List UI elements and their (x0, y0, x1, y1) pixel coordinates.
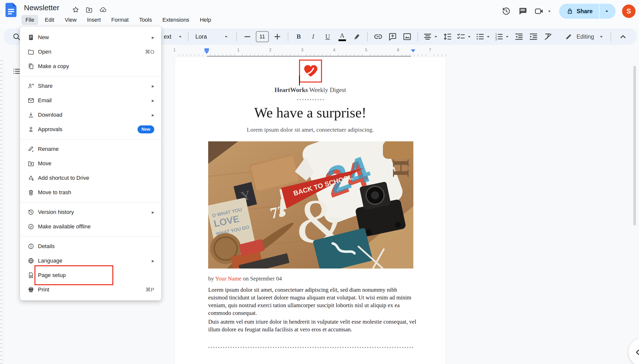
topbar-actions: Share S (501, 2, 635, 20)
newsletter-photo[interactable]: Y 73 O WHAT YOU LOVE WHAT YOU DO 24 24 B… (208, 141, 413, 268)
menu-item-label: Share (38, 83, 53, 89)
menu-item-make-available-offline[interactable]: Make available offline (20, 220, 161, 234)
text-color-button[interactable]: A (336, 31, 348, 43)
menu-item-open[interactable]: Open ⌘O (20, 45, 161, 59)
menu-format[interactable]: Format (107, 15, 133, 25)
newsletter-headline[interactable]: We have a surprise! (175, 104, 446, 121)
right-indent-marker[interactable] (411, 49, 415, 52)
vertical-scrollbar[interactable] (633, 66, 636, 226)
byline[interactable]: by Your Name on September 04 (208, 276, 282, 282)
newsletter-logo-frame[interactable] (299, 60, 322, 82)
menu-help[interactable]: Help (196, 15, 215, 25)
menu-item-email[interactable]: Email ▸ (20, 93, 161, 108)
link-icon (373, 32, 383, 42)
increase-indent-button[interactable] (527, 31, 539, 43)
toolbar-divider (417, 32, 418, 41)
share-dropdown[interactable] (599, 4, 615, 19)
collapse-toolbar-icon[interactable] (618, 32, 628, 42)
font-dropdown[interactable]: Lora (193, 31, 232, 43)
menu-item-new[interactable]: New ▸ (20, 30, 161, 45)
menu-item-details[interactable]: Details (20, 239, 161, 254)
checklist-dropdown[interactable] (456, 31, 473, 43)
highlight-color-button[interactable] (351, 31, 363, 43)
line-spacing-button[interactable] (442, 31, 454, 43)
newsletter-brand-line[interactable]: HeartWorks Weekly Digest (175, 86, 446, 94)
increase-font-size-button[interactable] (271, 31, 283, 43)
font-size-input[interactable]: 11 (256, 31, 269, 42)
editing-mode-dropdown[interactable]: Editing (562, 31, 607, 43)
submenu-arrow-icon: ▸ (152, 258, 154, 264)
document-page[interactable]: HeartWorks Weekly Digest We have a surpr… (175, 57, 446, 364)
ruler-number: 1 (237, 48, 240, 52)
menu-item-download[interactable]: Download ▸ (20, 108, 161, 122)
bulleted-list-dropdown[interactable] (475, 31, 492, 43)
align-dropdown[interactable] (422, 31, 439, 43)
menu-item-rename[interactable]: Rename (20, 142, 161, 156)
menu-extensions[interactable]: Extensions (158, 15, 193, 25)
decrease-font-size-button[interactable] (241, 31, 253, 43)
menu-item-print[interactable]: Print ⌘P (20, 282, 161, 297)
menu-item-share[interactable]: Share ▸ (20, 79, 161, 93)
left-indent-marker[interactable] (204, 51, 209, 54)
document-outline-icon[interactable] (12, 67, 21, 76)
menu-item-add-shortcut-to-drive[interactable]: Add shortcut to Drive (20, 171, 161, 185)
star-icon[interactable] (72, 6, 79, 14)
body-paragraph-2[interactable]: Duis autem vel eum iriure dolor in hendr… (208, 318, 416, 333)
menu-item-label: New (38, 34, 49, 41)
version-history-icon[interactable] (501, 6, 511, 16)
avatar[interactable]: S (622, 4, 635, 18)
menu-item-approvals[interactable]: Approvals New (20, 122, 161, 136)
menu-edit[interactable]: Edit (41, 15, 58, 25)
share-button[interactable]: Share (559, 4, 615, 19)
add-comment-button[interactable] (387, 31, 399, 43)
move-folder-icon[interactable] (85, 6, 93, 14)
drive-add-icon (28, 174, 35, 182)
cloud-saved-icon[interactable] (99, 6, 107, 14)
paragraph-style-dropdown[interactable]: ext (164, 31, 183, 43)
italic-button[interactable]: I (307, 31, 319, 43)
numbered-list-dropdown[interactable]: 1 2 3 (494, 31, 510, 43)
menu-insert[interactable]: Insert (83, 15, 105, 25)
first-line-indent-marker[interactable] (204, 48, 209, 50)
show-side-panel-button[interactable] (628, 338, 639, 364)
decrease-indent-button[interactable] (513, 31, 525, 43)
chevron-down-icon (485, 34, 492, 40)
newsletter-subtitle[interactable]: Lorem ipsum dolor sit amet, consectetuer… (175, 126, 446, 133)
folder-move-icon (28, 160, 35, 167)
lock-icon (566, 8, 574, 15)
menu-separator (20, 236, 161, 236)
share-button-main[interactable]: Share (559, 4, 599, 19)
version-history-icon (28, 209, 35, 216)
clear-formatting-button[interactable] (542, 31, 554, 43)
insert-link-button[interactable] (372, 31, 384, 43)
body-paragraph-1[interactable]: Lorem ipsum dolor sit amet, consectetuer… (208, 286, 416, 317)
menu-item-move[interactable]: Move (20, 156, 161, 171)
trash-icon (28, 189, 35, 196)
menu-item-version-history[interactable]: Version history ▸ (20, 205, 161, 220)
ruler-number: 5 (365, 48, 367, 52)
folder-icon (28, 48, 35, 55)
menu-item-page-setup[interactable]: Page setup (20, 268, 161, 282)
insert-image-button[interactable] (401, 31, 413, 43)
menu-separator (20, 139, 161, 139)
menu-item-label: Print (38, 286, 49, 293)
document-title[interactable]: Newsletter (24, 4, 59, 12)
comments-icon[interactable] (518, 6, 528, 16)
byline-author: Your Name (215, 276, 242, 282)
photo-letter-h: H (388, 159, 413, 177)
menu-file[interactable]: File (22, 15, 38, 25)
menu-tools[interactable]: Tools (135, 15, 156, 25)
underline-button[interactable]: U (322, 31, 334, 43)
chevron-down-icon (466, 34, 473, 40)
google-docs-logo-icon[interactable] (6, 2, 17, 18)
bold-button[interactable]: B (293, 31, 305, 43)
chevron-down-icon (598, 34, 604, 40)
menu-item-language[interactable]: Language ▸ (20, 254, 161, 268)
menu-item-label: Move (38, 160, 51, 167)
menu-view[interactable]: View (61, 15, 80, 25)
menu-item-make-a-copy[interactable]: Make a copy (20, 59, 161, 74)
outdent-icon (514, 32, 524, 42)
video-call-icon[interactable] (534, 6, 544, 16)
video-call-caret-icon[interactable] (546, 8, 553, 14)
menu-item-move-to-trash[interactable]: Move to trash (20, 185, 161, 200)
